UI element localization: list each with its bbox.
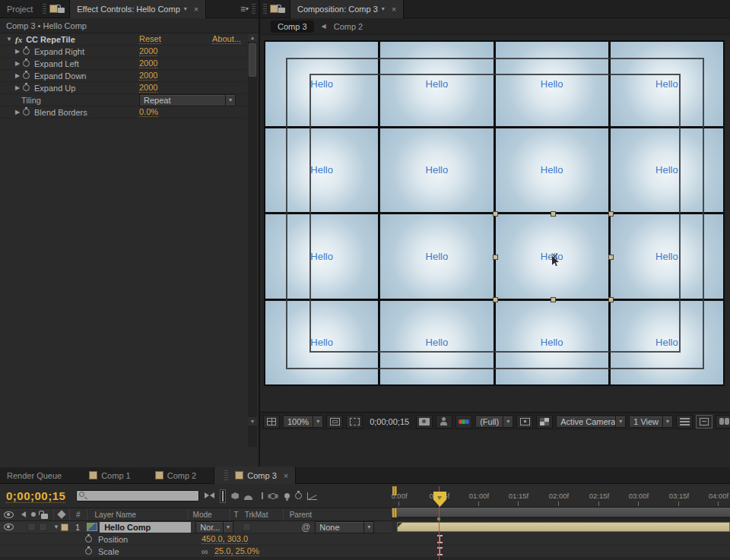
- scale-value[interactable]: 25.0, 25.0%: [214, 546, 259, 556]
- stopwatch-icon[interactable]: [23, 109, 30, 115]
- comp-flowchart-button[interactable]: [696, 415, 713, 429]
- live-update-icon[interactable]: [231, 492, 239, 499]
- tab-close-icon[interactable]: ×: [284, 471, 288, 480]
- resolution-dropdown[interactable]: (Full) ▾: [475, 416, 513, 428]
- panel-grip[interactable]: [263, 4, 267, 14]
- selection-handle[interactable]: [493, 255, 498, 260]
- twirl-icon[interactable]: ▶: [15, 48, 23, 55]
- lock-switch-cell[interactable]: [39, 523, 47, 531]
- effect-about-link[interactable]: About...: [212, 34, 241, 44]
- effect-twirl-icon[interactable]: ▼: [6, 36, 14, 43]
- frame-blend-icon[interactable]: [258, 492, 267, 499]
- transparency-grid-button[interactable]: [536, 415, 553, 429]
- back-arrow-icon[interactable]: ◀: [322, 23, 326, 30]
- solo-column-icon[interactable]: [31, 512, 36, 517]
- magnification-dropdown[interactable]: 100% ▾: [283, 416, 323, 428]
- scroll-up-icon[interactable]: ▲: [248, 33, 257, 42]
- selection-handle[interactable]: [608, 211, 614, 217]
- shy-layers-icon[interactable]: [244, 495, 252, 500]
- twirl-icon[interactable]: ▶: [15, 84, 23, 91]
- t-column-header[interactable]: T: [234, 511, 239, 519]
- param-value[interactable]: 2000: [139, 59, 157, 68]
- target-region-button[interactable]: [516, 415, 533, 429]
- snapshot-button[interactable]: [416, 415, 433, 429]
- comp-nav-current[interactable]: Comp 3: [271, 21, 314, 33]
- layer-duration-bar[interactable]: [397, 522, 730, 532]
- graph-editor-icon[interactable]: [307, 492, 317, 500]
- selection-handle[interactable]: [493, 211, 498, 217]
- region-of-interest-button[interactable]: [346, 415, 363, 429]
- brainstorm-icon[interactable]: [284, 493, 290, 498]
- panel-grip[interactable]: [43, 4, 46, 14]
- stopwatch-icon[interactable]: [23, 60, 30, 67]
- auto-keyframe-icon[interactable]: [295, 492, 302, 499]
- toggle-timeline-button[interactable]: [676, 415, 693, 429]
- mini-flowchart-icon[interactable]: [205, 492, 214, 499]
- tab-comp-3[interactable]: Comp 3 ×: [214, 467, 296, 485]
- video-column-icon[interactable]: [4, 511, 14, 518]
- layer-label-swatch[interactable]: [61, 524, 68, 531]
- panel-menu-icon[interactable]: ≡: [240, 4, 246, 14]
- selection-handle[interactable]: [551, 211, 556, 217]
- tab-dropdown-icon[interactable]: ▾: [382, 5, 385, 12]
- scrollbar-thumb[interactable]: [249, 43, 256, 77]
- layer-twirl-icon[interactable]: ▼: [53, 524, 61, 530]
- search-input[interactable]: [76, 490, 199, 501]
- tab-comp-2[interactable]: Comp 2: [148, 467, 204, 485]
- layer-name[interactable]: Hello Comp: [100, 522, 191, 533]
- view-layout-dropdown[interactable]: 1 View ▾: [629, 416, 673, 428]
- blend-mode-dropdown[interactable]: Nor... ▾: [195, 521, 233, 533]
- selection-handle[interactable]: [608, 297, 614, 302]
- reset-exposure-button[interactable]: [716, 415, 730, 429]
- safe-margins-button[interactable]: [326, 415, 343, 429]
- always-preview-button[interactable]: [263, 415, 280, 429]
- tiling-dropdown[interactable]: Repeat ▾: [139, 94, 236, 106]
- scroll-down-icon[interactable]: ▼: [248, 417, 257, 426]
- param-value[interactable]: 2000: [139, 83, 157, 93]
- work-area-start-handle[interactable]: [392, 508, 397, 517]
- twirl-icon[interactable]: ▶: [15, 109, 23, 115]
- param-value[interactable]: 2000: [139, 46, 157, 56]
- mode-column-header[interactable]: Mode: [193, 511, 230, 519]
- panel-grip[interactable]: [224, 470, 228, 480]
- layer-row[interactable]: ▼ 1 Hello Comp Nor... ▾ @ None ▾: [0, 521, 392, 533]
- tab-effect-controls[interactable]: Effect Controls: Hello Comp ▾ ×: [69, 0, 206, 18]
- work-area-bar[interactable]: [392, 508, 730, 519]
- effect-name[interactable]: CC RepeTile: [26, 35, 75, 44]
- stopwatch-icon[interactable]: [23, 72, 30, 79]
- scale-stopwatch-icon[interactable]: [85, 548, 92, 555]
- parent-column-header[interactable]: Parent: [290, 511, 312, 519]
- param-value[interactable]: 2000: [139, 71, 157, 81]
- twirl-icon[interactable]: ▶: [15, 72, 23, 79]
- constrain-proportions-icon[interactable]: ∞: [202, 546, 208, 557]
- comp-canvas[interactable]: Hello Hello Hello Hello Hello Hello Hell…: [264, 40, 725, 386]
- trkmat-cell[interactable]: [243, 523, 251, 531]
- draft-3d-toggle[interactable]: [220, 489, 226, 503]
- tab-comp-1[interactable]: Comp 1: [82, 467, 138, 485]
- effect-reset-link[interactable]: Reset: [139, 34, 161, 44]
- twirl-icon[interactable]: ▶: [15, 60, 23, 67]
- audio-column-icon[interactable]: [18, 511, 26, 517]
- trkmat-column-header[interactable]: TrkMat: [245, 511, 283, 519]
- tab-project[interactable]: Project: [0, 0, 40, 18]
- layer-visibility-icon[interactable]: [4, 524, 14, 530]
- selection-handle[interactable]: [493, 297, 498, 302]
- index-column-header[interactable]: #: [76, 511, 81, 519]
- comp-nav-previous[interactable]: Comp 2: [334, 22, 363, 31]
- tab-render-queue[interactable]: Render Queue: [0, 467, 68, 485]
- position-value[interactable]: 450.0, 303.0: [202, 534, 248, 544]
- 3d-view-dropdown[interactable]: Active Camera ▾: [556, 416, 626, 428]
- selection-handle[interactable]: [551, 297, 556, 302]
- parent-dropdown[interactable]: None ▾: [315, 521, 374, 533]
- comp-current-time[interactable]: 0;00;00;15: [366, 417, 413, 426]
- lock-column-icon[interactable]: [41, 514, 48, 519]
- show-channel-button[interactable]: [455, 415, 472, 429]
- panel-lock-icon[interactable]: [58, 8, 65, 13]
- tab-close-icon[interactable]: ×: [392, 5, 396, 14]
- tab-dropdown-icon[interactable]: ▾: [184, 5, 187, 12]
- solo-switch-cell[interactable]: [27, 523, 36, 531]
- selection-handle[interactable]: [608, 255, 614, 260]
- layer-name-column-header[interactable]: Layer Name: [95, 511, 188, 519]
- parent-pickwhip-icon[interactable]: @: [301, 522, 310, 533]
- tab-close-icon[interactable]: ×: [194, 5, 198, 14]
